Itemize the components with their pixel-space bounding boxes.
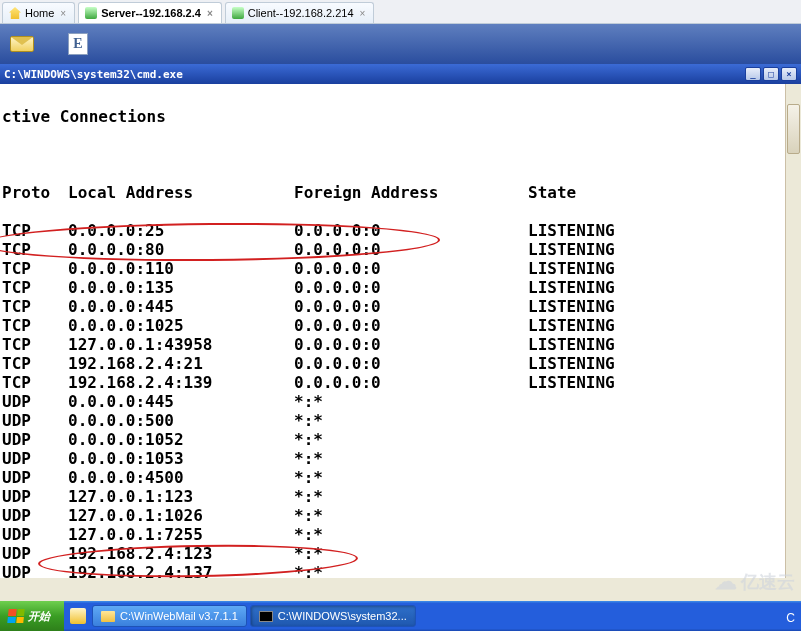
cell-foreign: *:* [294,525,528,544]
server-icon [85,7,97,19]
cell-state: LISTENING [528,297,799,316]
tab-bar: Home × Server--192.168.2.4 × Client--192… [0,0,801,24]
close-icon[interactable]: × [205,8,215,19]
mail-button[interactable] [8,30,36,58]
cell-state: LISTENING [528,316,799,335]
cell-state [528,544,799,563]
cell-state: LISTENING [528,354,799,373]
connection-row: TCP0.0.0.0:250.0.0.0:0LISTENING [2,221,799,240]
connection-row: UDP0.0.0.0:500*:* [2,411,799,430]
cell-local: 127.0.0.1:43958 [68,335,294,354]
cell-proto: TCP [2,259,68,278]
start-button[interactable]: 开始 [0,601,64,631]
cell-state [528,525,799,544]
task-label: C:\WinWebMail v3.7.1.1 [120,610,238,622]
cell-foreign: *:* [294,430,528,449]
cell-proto: UDP [2,392,68,411]
home-icon [9,7,21,19]
task-label: C:\WINDOWS\system32... [278,610,407,622]
cell-foreign: *:* [294,449,528,468]
close-icon[interactable]: × [58,8,68,19]
cell-state [528,487,799,506]
cell-local: 0.0.0.0:80 [68,240,294,259]
maximize-button[interactable]: □ [763,67,779,81]
col-state: State [528,183,799,202]
scrollbar-thumb[interactable] [787,104,800,154]
connection-row: TCP0.0.0.0:1350.0.0.0:0LISTENING [2,278,799,297]
cell-foreign: 0.0.0.0:0 [294,316,528,335]
cell-local: 0.0.0.0:445 [68,297,294,316]
connection-row: TCP0.0.0.0:10250.0.0.0:0LISTENING [2,316,799,335]
cell-state [528,392,799,411]
tab-client[interactable]: Client--192.168.2.214 × [225,2,375,23]
cell-foreign: 0.0.0.0:0 [294,259,528,278]
col-proto: Proto [2,183,68,202]
taskbar-item-cmd[interactable]: C:\WINDOWS\system32... [250,605,416,627]
minimize-button[interactable]: _ [745,67,761,81]
tab-label: Home [25,7,54,19]
cell-state: LISTENING [528,335,799,354]
cell-foreign: *:* [294,392,528,411]
connection-row: UDP0.0.0.0:445*:* [2,392,799,411]
quick-launch-icon[interactable] [70,608,86,624]
cell-proto: UDP [2,430,68,449]
toolbar: E [0,24,801,64]
cell-proto: UDP [2,563,68,578]
connection-row: TCP192.168.2.4:210.0.0.0:0LISTENING [2,354,799,373]
connection-row: UDP127.0.0.1:7255*:* [2,525,799,544]
connection-row: UDP0.0.0.0:1052*:* [2,430,799,449]
cell-foreign: 0.0.0.0:0 [294,278,528,297]
cell-local: 0.0.0.0:110 [68,259,294,278]
cmd-icon [259,611,273,622]
cell-state [528,468,799,487]
tab-home[interactable]: Home × [2,2,75,23]
connection-row: UDP127.0.0.1:123*:* [2,487,799,506]
cell-local: 192.168.2.4:123 [68,544,294,563]
column-headers: ProtoLocal AddressForeign AddressState [2,183,799,202]
cell-proto: TCP [2,373,68,392]
close-icon[interactable]: × [358,8,368,19]
connection-row: TCP0.0.0.0:800.0.0.0:0LISTENING [2,240,799,259]
window-title: C:\WINDOWS\system32\cmd.exe [4,68,183,81]
cell-state: LISTENING [528,278,799,297]
cell-foreign: *:* [294,411,528,430]
document-icon: E [68,33,88,55]
connection-row: TCP0.0.0.0:4450.0.0.0:0LISTENING [2,297,799,316]
cell-state: LISTENING [528,221,799,240]
start-label: 开始 [28,609,50,624]
cell-local: 0.0.0.0:4500 [68,468,294,487]
cell-proto: TCP [2,354,68,373]
cell-proto: UDP [2,468,68,487]
taskbar-item-winwebmail[interactable]: C:\WinWebMail v3.7.1.1 [92,605,247,627]
cell-state [528,430,799,449]
cell-proto: TCP [2,335,68,354]
connection-row: TCP0.0.0.0:1100.0.0.0:0LISTENING [2,259,799,278]
cell-foreign: *:* [294,544,528,563]
cell-local: 127.0.0.1:7255 [68,525,294,544]
connection-row: TCP127.0.0.1:439580.0.0.0:0LISTENING [2,335,799,354]
connection-row: UDP0.0.0.0:4500*:* [2,468,799,487]
cell-state [528,449,799,468]
cell-foreign: 0.0.0.0:0 [294,373,528,392]
cell-state: LISTENING [528,373,799,392]
cell-foreign: *:* [294,506,528,525]
client-icon [232,7,244,19]
cell-state: LISTENING [528,240,799,259]
edit-button[interactable]: E [64,30,92,58]
tab-label: Client--192.168.2.214 [248,7,354,19]
scrollbar[interactable] [785,84,801,578]
cmd-titlebar: C:\WINDOWS\system32\cmd.exe _ □ × [0,64,801,84]
cell-local: 192.168.2.4:139 [68,373,294,392]
cell-foreign: *:* [294,563,528,578]
cell-state [528,411,799,430]
cell-local: 127.0.0.1:123 [68,487,294,506]
col-local: Local Address [68,183,294,202]
cell-foreign: *:* [294,487,528,506]
cmd-output[interactable]: ctive Connections ProtoLocal AddressFore… [0,84,801,578]
close-button[interactable]: × [781,67,797,81]
tab-server[interactable]: Server--192.168.2.4 × [78,2,222,23]
connection-row: UDP0.0.0.0:1053*:* [2,449,799,468]
cell-local: 127.0.0.1:1026 [68,506,294,525]
cell-foreign: *:* [294,468,528,487]
cell-local: 0.0.0.0:25 [68,221,294,240]
